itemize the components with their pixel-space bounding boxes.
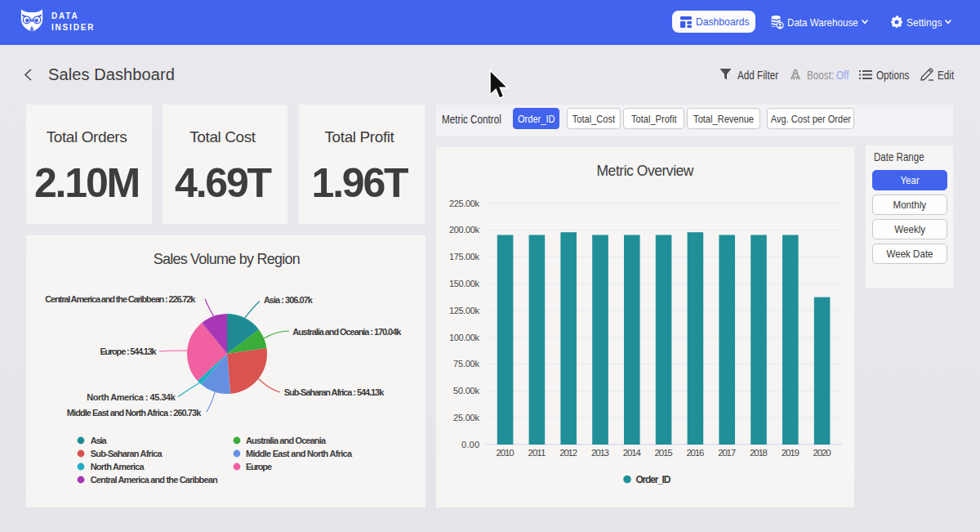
svg-text:Asia : 306.07k: Asia : 306.07k [264, 295, 314, 305]
svg-text:Sales Volume by Region: Sales Volume by Region [154, 251, 301, 267]
svg-text:Australia and Oceania : 170.04: Australia and Oceania : 170.04k [292, 327, 402, 337]
svg-text:Europe : 544.13k: Europe : 544.13k [100, 346, 157, 356]
svg-text:2011: 2011 [528, 448, 546, 458]
svg-text:2020: 2020 [813, 448, 831, 458]
svg-text:Sub-Saharan Africa: Sub-Saharan Africa [91, 449, 163, 458]
svg-text:Europe: Europe [246, 462, 272, 472]
svg-text:Order_ID: Order_ID [635, 474, 670, 485]
svg-text:2010: 2010 [497, 448, 514, 458]
svg-text:150.00k: 150.00k [449, 279, 480, 288]
svg-text:175.00k: 175.00k [449, 252, 480, 262]
svg-text:North America: North America [91, 462, 145, 472]
svg-text:2014: 2014 [623, 448, 642, 458]
svg-text:100.00k: 100.00k [449, 333, 480, 342]
svg-text:Central America and the Caribb: Central America and the Caribbean [91, 475, 218, 485]
svg-text:2013: 2013 [591, 448, 609, 458]
svg-text:2012: 2012 [559, 448, 577, 458]
svg-text:Middle East and North Africa: Middle East and North Africa [246, 449, 353, 458]
svg-text:Middle East and North Africa :: Middle East and North Africa : 260.73k [67, 408, 202, 418]
svg-text:2017: 2017 [718, 448, 736, 458]
svg-text:2016: 2016 [686, 448, 704, 458]
svg-text:125.00k: 125.00k [449, 306, 480, 315]
svg-text:North America : 45.34k: North America : 45.34k [87, 392, 176, 402]
svg-text:Sub-Saharan Africa : 544.13k: Sub-Saharan Africa : 544.13k [284, 387, 385, 397]
svg-text:2015: 2015 [655, 448, 673, 458]
svg-text:25.00k: 25.00k [453, 413, 480, 422]
svg-text:Central America and the Caribb: Central America and the Caribbean : 226.… [45, 294, 196, 304]
svg-text:Metric Overview: Metric Overview [597, 163, 694, 179]
svg-text:50.00k: 50.00k [453, 386, 480, 396]
svg-text:225.00k: 225.00k [449, 199, 480, 208]
svg-text:0.00: 0.00 [461, 440, 479, 449]
svg-text:Asia: Asia [91, 436, 108, 445]
svg-text:200.00k: 200.00k [449, 225, 480, 235]
svg-text:Australia and Oceania: Australia and Oceania [246, 436, 327, 445]
svg-text:2019: 2019 [782, 448, 800, 458]
svg-text:2018: 2018 [750, 448, 768, 458]
svg-text:75.00k: 75.00k [453, 359, 480, 369]
